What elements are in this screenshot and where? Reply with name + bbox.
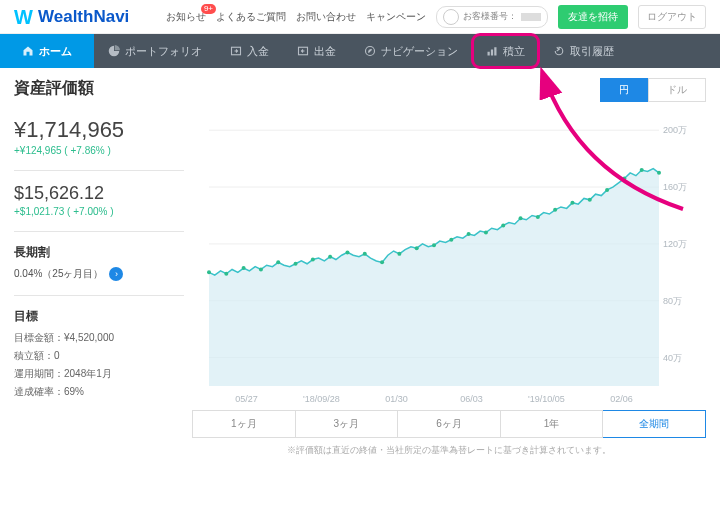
valuation-chart: 40万80万120万160万200万05/27'18/09/2801/3006/…	[192, 106, 706, 406]
top-header: W WealthNavi お知らせ 9+ よくあるご質問 お問い合わせ キャンペ…	[0, 0, 720, 34]
svg-text:05/27: 05/27	[235, 394, 258, 404]
svg-point-25	[259, 267, 263, 271]
main-content: 資産評価額 ¥1,714,965 +¥124,965 ( +7.86% ) $1…	[0, 68, 720, 465]
faq-link[interactable]: よくあるご質問	[216, 10, 286, 24]
avatar-icon	[443, 9, 459, 25]
svg-text:02/06: 02/06	[610, 394, 633, 404]
svg-rect-3	[488, 52, 490, 56]
valuation-usd: $15,626.12	[14, 183, 184, 204]
bars-icon	[486, 45, 498, 57]
contact-link[interactable]: お問い合わせ	[296, 10, 356, 24]
svg-text:80万: 80万	[663, 296, 682, 306]
svg-point-31	[363, 252, 367, 256]
currency-tabs: 円 ドル	[192, 78, 706, 102]
range-1m[interactable]: 1ヶ月	[192, 410, 296, 438]
right-panel: 円 ドル 40万80万120万160万200万05/27'18/09/2801/…	[192, 78, 706, 457]
svg-text:120万: 120万	[663, 239, 687, 249]
svg-point-38	[484, 231, 488, 235]
header-right: お知らせ 9+ よくあるご質問 お問い合わせ キャンペーン お客様番号： 友達を…	[166, 5, 706, 29]
svg-point-29	[328, 255, 332, 259]
main-nav: ホーム ポートフォリオ 入金 出金 ナビゲーション 積立 取引履歴	[0, 34, 720, 68]
valuation-jpy-delta: +¥124,965 ( +7.86% )	[14, 145, 184, 156]
left-panel: 資産評価額 ¥1,714,965 +¥124,965 ( +7.86% ) $1…	[14, 78, 184, 457]
svg-point-22	[207, 270, 211, 274]
svg-point-48	[657, 171, 661, 175]
divider	[14, 170, 184, 171]
goal-list: 目標金額：¥4,520,000 積立額：0 運用期間：2048年1月 達成確率：…	[14, 331, 184, 399]
svg-point-42	[553, 208, 557, 212]
svg-point-39	[501, 223, 505, 227]
brand-name: WealthNavi	[38, 7, 129, 27]
svg-point-34	[415, 246, 419, 250]
svg-point-44	[588, 198, 592, 202]
range-3m[interactable]: 3ヶ月	[296, 410, 399, 438]
chart-footnote: ※評価額は直近の終値・当社所定の基準為替レートに基づき計算されています。	[192, 444, 706, 457]
notice-badge: 9+	[201, 4, 216, 14]
range-all[interactable]: 全期間	[603, 410, 706, 438]
brand-logo[interactable]: W WealthNavi	[14, 7, 129, 27]
divider	[14, 295, 184, 296]
svg-text:06/03: 06/03	[460, 394, 483, 404]
svg-text:'19/10/05: '19/10/05	[528, 394, 565, 404]
svg-point-33	[397, 252, 401, 256]
nav-home[interactable]: ホーム	[0, 34, 94, 68]
invite-friend-button[interactable]: 友達を招待	[558, 5, 628, 29]
pie-chart-icon	[108, 45, 120, 57]
nav-navigation[interactable]: ナビゲーション	[350, 34, 472, 68]
svg-point-40	[519, 216, 523, 220]
deposit-icon	[230, 45, 242, 57]
notice-link[interactable]: お知らせ 9+	[166, 10, 206, 24]
nav-deposit[interactable]: 入金	[216, 34, 283, 68]
svg-point-32	[380, 260, 384, 264]
svg-text:'18/09/28: '18/09/28	[303, 394, 340, 404]
withdraw-icon	[297, 45, 309, 57]
divider	[14, 231, 184, 232]
svg-point-43	[570, 201, 574, 205]
nav-tsumitate[interactable]: 積立	[472, 34, 539, 68]
svg-text:01/30: 01/30	[385, 394, 408, 404]
svg-point-41	[536, 215, 540, 219]
goal-title: 目標	[14, 308, 184, 325]
nav-withdraw[interactable]: 出金	[283, 34, 350, 68]
currency-tab-dollar[interactable]: ドル	[648, 78, 706, 102]
currency-tab-yen[interactable]: 円	[600, 78, 648, 102]
svg-point-47	[640, 168, 644, 172]
home-icon	[22, 45, 34, 57]
arrow-right-icon: ›	[109, 267, 123, 281]
longterm-rate-row[interactable]: 0.04%（25ヶ月目） ›	[14, 267, 184, 281]
svg-point-27	[294, 262, 298, 266]
compass-icon	[364, 45, 376, 57]
range-1y[interactable]: 1年	[501, 410, 604, 438]
svg-point-35	[432, 243, 436, 247]
svg-text:200万: 200万	[663, 125, 687, 135]
svg-point-23	[224, 272, 228, 276]
chart-container: 40万80万120万160万200万05/27'18/09/2801/3006/…	[192, 106, 706, 406]
range-6m[interactable]: 6ヶ月	[398, 410, 501, 438]
svg-text:40万: 40万	[663, 353, 682, 363]
svg-point-37	[467, 232, 471, 236]
svg-text:160万: 160万	[663, 182, 687, 192]
nav-history[interactable]: 取引履歴	[539, 34, 628, 68]
svg-point-30	[345, 250, 349, 254]
svg-rect-4	[491, 50, 493, 56]
svg-point-26	[276, 260, 280, 264]
nav-portfolio[interactable]: ポートフォリオ	[94, 34, 216, 68]
svg-point-46	[622, 177, 626, 181]
history-icon	[553, 45, 565, 57]
customer-id-redacted	[521, 13, 541, 21]
valuation-jpy: ¥1,714,965	[14, 117, 184, 143]
longterm-title: 長期割	[14, 244, 184, 261]
wealthnavi-logo-icon: W	[14, 7, 34, 27]
campaign-link[interactable]: キャンペーン	[366, 10, 426, 24]
svg-point-28	[311, 258, 315, 262]
page-title: 資産評価額	[14, 78, 184, 99]
logout-button[interactable]: ログアウト	[638, 5, 706, 29]
svg-point-45	[605, 188, 609, 192]
customer-number: お客様番号：	[436, 6, 548, 28]
svg-point-36	[449, 238, 453, 242]
svg-point-24	[242, 266, 246, 270]
svg-rect-5	[494, 47, 496, 55]
valuation-usd-delta: +$1,021.73 ( +7.00% )	[14, 206, 184, 217]
range-tabs: 1ヶ月 3ヶ月 6ヶ月 1年 全期間	[192, 410, 706, 438]
